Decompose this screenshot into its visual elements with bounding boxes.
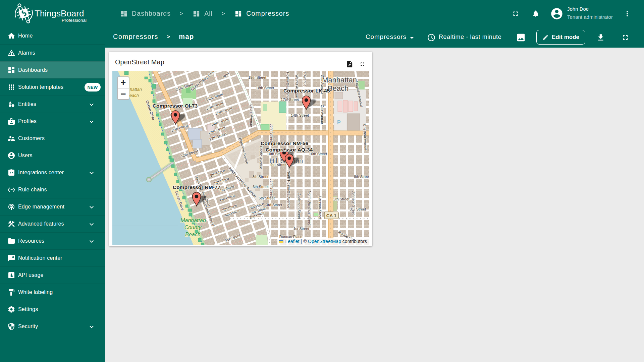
svg-text:John Street: John Street: [270, 124, 274, 142]
svg-text:Compressor AQ-34: Compressor AQ-34: [266, 147, 313, 153]
svg-text:hattan: hattan: [130, 87, 142, 92]
svg-text:P: P: [337, 120, 341, 125]
svg-text:19th Street: 19th Street: [248, 75, 266, 79]
svg-text:County: County: [184, 225, 202, 230]
svg-text:North Dianthus Street: North Dianthus Street: [308, 191, 312, 225]
svg-text:6th Street: 6th Street: [253, 185, 269, 189]
svg-text:Walnut Avenue: Walnut Avenue: [295, 74, 299, 98]
svg-text:5th Street: 5th Street: [333, 197, 350, 201]
svg-text:Compressor LK-45: Compressor LK-45: [283, 88, 330, 94]
svg-text:Anderson Street: Anderson Street: [297, 193, 301, 219]
svg-text:Johnson Street: Johnson Street: [352, 191, 356, 215]
svg-text:John Street: John Street: [270, 179, 274, 197]
svg-text:Compressor OI-73: Compressor OI-73: [153, 103, 198, 109]
svg-text:e Avenue: e Avenue: [303, 72, 307, 86]
svg-text:14th Street: 14th Street: [291, 113, 309, 117]
svg-text:Larsson Street: Larsson Street: [318, 196, 322, 219]
svg-text:8th Street: 8th Street: [252, 175, 268, 179]
svg-text:8th Street: 8th Street: [354, 175, 369, 179]
svg-text:Poinsettia Avenue: Poinsettia Avenue: [286, 72, 290, 100]
svg-text:each: each: [129, 93, 139, 98]
svg-text:1st Street: 1st Street: [293, 227, 309, 231]
svg-text:Manhattan: Manhattan: [322, 76, 357, 84]
svg-text:3rd Street: 3rd Street: [266, 203, 282, 207]
svg-text:CA 1: CA 1: [326, 213, 337, 218]
svg-text:ThingsBoard: ThingsBoard: [35, 8, 84, 18]
svg-text:Laurel Avenue: Laurel Avenue: [250, 105, 254, 127]
svg-text:Beach: Beach: [185, 232, 200, 237]
svg-text:18th Street: 18th Street: [256, 86, 274, 90]
svg-text:Beach: Beach: [328, 84, 348, 93]
svg-text:Oak Avenue: Oak Avenue: [320, 105, 324, 124]
svg-text:Compressor RM-77: Compressor RM-77: [173, 184, 220, 190]
svg-text:Professional: Professional: [62, 18, 87, 23]
svg-text:North Poinsettia Avenue: North Poinsettia Avenue: [287, 171, 291, 208]
svg-text:Pacific Avenue: Pacific Avenue: [259, 146, 263, 169]
svg-text:Compressor NM-56: Compressor NM-56: [261, 140, 308, 146]
svg-text:Manhattan: Manhattan: [180, 218, 206, 223]
